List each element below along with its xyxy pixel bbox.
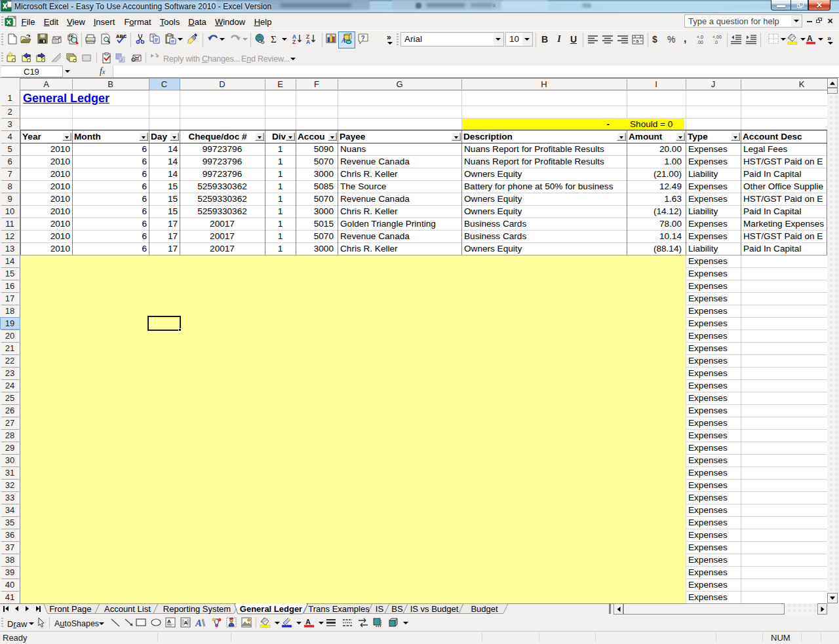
svg-text:Z: Z [292,39,296,45]
svg-text:A: A [306,39,310,45]
svg-text:Account List: Account List [104,604,151,614]
svg-text:A: A [195,618,202,628]
svg-text:Budget: Budget [471,604,498,614]
svg-text:A: A [167,618,171,624]
svg-text:a: a [636,38,639,44]
svg-text:.00: .00 [697,40,703,45]
svg-text:Reporting System: Reporting System [163,604,231,614]
svg-text:A: A [341,37,346,44]
svg-text:A: A [184,620,188,626]
svg-text:Trans Examples: Trans Examples [308,604,370,614]
svg-text:IS: IS [376,604,384,614]
svg-text:Front Page: Front Page [49,604,91,614]
svg-text:.0: .0 [714,40,718,45]
svg-text:Σ: Σ [271,34,277,45]
svg-text:General Ledger: General Ledger [240,604,302,614]
svg-text:A: A [305,618,311,626]
svg-text:+.00: +.00 [712,35,722,39]
svg-text:BS: BS [391,604,403,614]
svg-text:ABC: ABC [116,33,127,39]
svg-text:IS vs Budget: IS vs Budget [410,604,459,614]
svg-text:?: ? [361,35,365,42]
svg-text:+.0: +.0 [697,35,703,39]
